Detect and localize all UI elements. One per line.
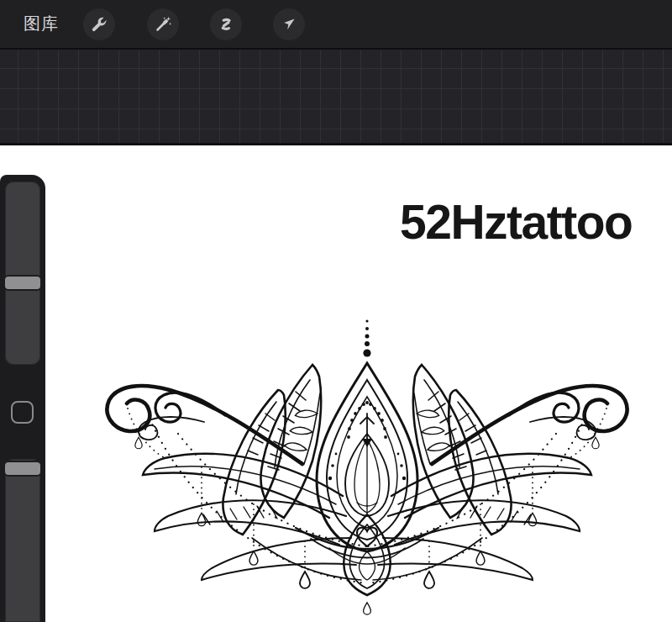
selection-button[interactable] (210, 8, 242, 40)
adjustments-button[interactable] (147, 8, 179, 40)
workspace-grid-background (0, 50, 672, 145)
brush-opacity-slider[interactable] (5, 459, 40, 622)
actions-wrench-icon (89, 14, 109, 34)
adjustments-wand-icon (153, 14, 173, 34)
brush-size-handle[interactable] (3, 275, 42, 291)
gallery-button[interactable]: 图库 (22, 9, 60, 39)
brush-sidebar (0, 175, 45, 622)
transform-arrow-icon (279, 14, 299, 34)
actions-button[interactable] (83, 8, 115, 40)
procreate-app: 52Hztattoo (0, 0, 672, 622)
modify-button[interactable] (11, 401, 34, 424)
brush-opacity-handle[interactable] (3, 461, 42, 477)
canvas-brand-text: 52Hztattoo (400, 194, 632, 250)
transform-button[interactable] (273, 8, 305, 40)
selection-icon (216, 14, 236, 34)
brush-size-slider[interactable] (5, 182, 40, 365)
top-toolbar: 图库 (0, 0, 672, 50)
